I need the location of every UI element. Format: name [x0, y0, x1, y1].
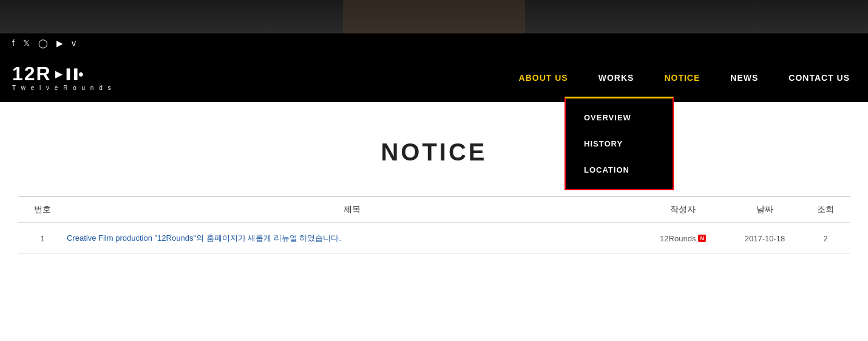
logo[interactable]: 12R ▶▐▐● T w e l v e R o u n d s — [12, 64, 113, 91]
main-header: 12R ▶▐▐● T w e l v e R o u n d s ABOUT U… — [0, 53, 868, 102]
cell-date: 2017-10-18 — [728, 234, 801, 243]
logo-subtext: T w e l v e R o u n d s — [12, 84, 113, 91]
page-content: NOTICE 번호 제목 작성자 날짜 조회 1 Creative Film p… — [0, 102, 868, 341]
dropdown-item-location[interactable]: LOCATION — [566, 157, 673, 183]
twitter-icon[interactable]: 𝕏 — [23, 38, 30, 48]
col-num: 번호 — [18, 204, 67, 215]
dropdown-box: OVERVIEW HISTORY LOCATION — [565, 97, 674, 190]
vimeo-icon[interactable]: v — [72, 38, 76, 48]
youtube-icon[interactable]: ▶ — [56, 38, 63, 48]
cell-num: 1 — [18, 234, 67, 243]
author-name: 12Rounds — [660, 234, 696, 243]
author-badge: N — [698, 235, 706, 242]
table-row: 1 Creative Film production "12Rounds"의 홈… — [18, 223, 850, 254]
nav-about-us[interactable]: ABOUT US — [519, 73, 568, 83]
main-nav: ABOUT US WORKS NOTICE NEWS CONTACT US — [519, 73, 850, 83]
social-bar: f 𝕏 ◯ ▶ v — [0, 33, 868, 53]
table-header: 번호 제목 작성자 날짜 조회 — [18, 196, 850, 223]
col-views: 조회 — [801, 204, 850, 215]
cell-views: 2 — [801, 234, 850, 243]
notice-title-area: NOTICE — [0, 102, 868, 196]
instagram-icon[interactable]: ◯ — [38, 38, 48, 48]
page-title: NOTICE — [381, 139, 487, 166]
facebook-icon[interactable]: f — [12, 38, 15, 48]
cell-title: Creative Film production "12Rounds"의 홈페이… — [67, 233, 637, 244]
col-date: 날짜 — [728, 204, 801, 215]
hero-image — [0, 0, 868, 33]
logo-text: 12R — [12, 64, 52, 83]
logo-icon: ▶▐▐● — [55, 68, 84, 80]
table-area: 번호 제목 작성자 날짜 조회 1 Creative Film producti… — [0, 196, 868, 254]
col-title: 제목 — [67, 204, 637, 215]
nav-contact-us[interactable]: CONTACT US — [788, 73, 850, 83]
cell-author: 12Rounds N — [637, 234, 728, 243]
nav-news[interactable]: NEWS — [730, 73, 758, 83]
dropdown-item-overview[interactable]: OVERVIEW — [566, 105, 673, 131]
col-author: 작성자 — [637, 204, 728, 215]
nav-works[interactable]: WORKS — [598, 73, 634, 83]
dropdown-menu: OVERVIEW HISTORY LOCATION — [565, 97, 674, 190]
post-title-link[interactable]: Creative Film production "12Rounds"의 홈페이… — [67, 233, 341, 243]
dropdown-item-history[interactable]: HISTORY — [566, 131, 673, 157]
nav-notice[interactable]: NOTICE — [664, 73, 700, 83]
